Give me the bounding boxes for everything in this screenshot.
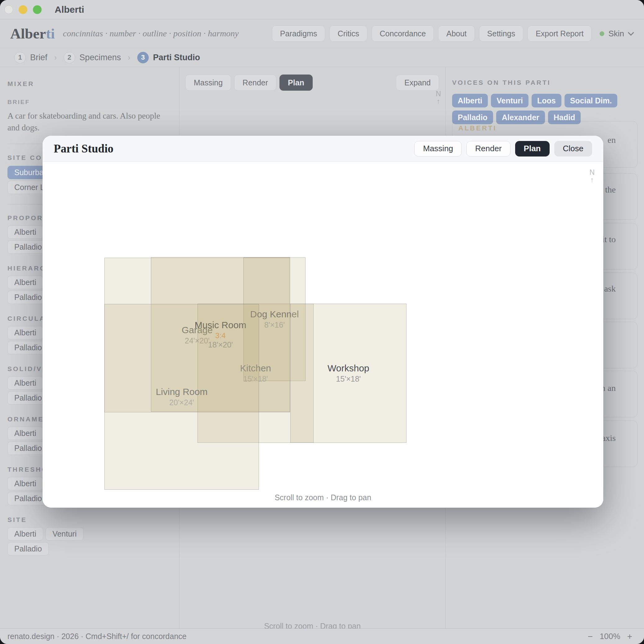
critique-text-fragment: en xyxy=(608,135,616,145)
app-tagline: concinnitas · number · outline · positio… xyxy=(63,29,239,39)
breadcrumb-step-label: Brief xyxy=(30,53,48,62)
canvas-tab-massing[interactable]: Massing xyxy=(185,75,231,91)
window-title: Alberti xyxy=(55,4,84,15)
critique-text-fragment: the xyxy=(605,185,616,195)
critique-text-fragment: ask xyxy=(604,284,616,294)
header-nav: ParadigmsCriticsConcordanceAboutSettings… xyxy=(268,25,592,42)
zoom-controls: − 100% + xyxy=(585,632,635,642)
breadcrumb-separator-icon: › xyxy=(128,53,130,62)
modal-close-button[interactable]: Close xyxy=(554,141,592,156)
brief-text: A car for skateboarding and cars. Also p… xyxy=(7,110,163,134)
canvas-tabs-row: MassingRenderPlan Expand xyxy=(185,75,439,91)
modal-buttons: MassingRenderPlanClose xyxy=(414,141,592,156)
minimize-window-button[interactable] xyxy=(19,5,27,14)
breadcrumb-step-brief[interactable]: 1Brief xyxy=(14,52,48,63)
app-logo: Alberti xyxy=(10,25,55,42)
nav-paradigms[interactable]: Paradigms xyxy=(272,25,325,42)
north-compass-icon: N↑ xyxy=(436,90,441,105)
voice-tag-loos[interactable]: Loos xyxy=(532,94,561,107)
section-heading: SITE xyxy=(7,516,170,524)
breadcrumb-step-parti-studio[interactable]: 3Parti Studio xyxy=(137,52,200,63)
section-site: SITEAlbertiVenturiPalladio xyxy=(7,516,170,557)
titlebar: Alberti xyxy=(0,0,644,19)
canvas-hint: Scroll to zoom · Drag to pan xyxy=(179,622,445,628)
breadcrumb: 1Brief›2Specimens›3Parti Studio xyxy=(0,48,644,67)
voice-chip-venturi[interactable]: Venturi xyxy=(46,527,84,541)
voice-tag-social-dim[interactable]: Social Dim. xyxy=(565,94,618,107)
modal-title: Parti Studio xyxy=(54,142,113,155)
app-window: Alberti Alberti concinnitas · number · o… xyxy=(0,0,644,644)
modal-view-render[interactable]: Render xyxy=(466,141,510,156)
critique-text-fragment: axis xyxy=(602,433,616,443)
canvas-tab-plan[interactable]: Plan xyxy=(279,75,313,91)
parti-plan-canvas[interactable]: N↑ Scroll to zoom · Drag to pan Garage24… xyxy=(43,162,603,508)
nav-export-report[interactable]: Export Report xyxy=(528,25,592,42)
voices-heading: VOICES ON THIS PARTI xyxy=(452,79,637,86)
zoom-out-button[interactable]: − xyxy=(585,632,595,642)
zoom-in-button[interactable]: + xyxy=(625,632,635,642)
close-window-button[interactable] xyxy=(4,5,13,14)
voice-chip-alberti[interactable]: Alberti xyxy=(7,376,43,390)
modal-header: Parti Studio MassingRenderPlanClose xyxy=(43,136,603,162)
modal-view-massing[interactable]: Massing xyxy=(414,141,462,156)
voice-chip-alberti[interactable]: Alberti xyxy=(7,527,43,541)
breadcrumb-step-label: Parti Studio xyxy=(153,53,200,62)
brief-label: BRIEF xyxy=(7,99,170,106)
expand-button[interactable]: Expand xyxy=(396,75,439,91)
app-header: Alberti concinnitas · number · outline ·… xyxy=(0,19,644,48)
breadcrumb-step-specimens[interactable]: 2Specimens xyxy=(64,52,121,63)
breadcrumb-step-number: 3 xyxy=(137,52,149,63)
nav-settings[interactable]: Settings xyxy=(479,25,523,42)
room-rect-workshop[interactable] xyxy=(290,304,406,443)
voice-chip-alberti[interactable]: Alberti xyxy=(7,225,43,239)
modal-view-plan[interactable]: Plan xyxy=(515,141,550,156)
parti-studio-modal: Parti Studio MassingRenderPlanClose N↑ S… xyxy=(43,136,603,508)
voice-chip-palladio[interactable]: Palladio xyxy=(7,542,49,556)
status-text: renato.design · 2026 · Cmd+Shift+/ for c… xyxy=(7,632,187,641)
north-compass-icon: N↑ xyxy=(589,169,595,184)
voice-tag-venturi[interactable]: Venturi xyxy=(491,94,528,107)
voice-chip-alberti[interactable]: Alberti xyxy=(7,276,43,289)
voice-chip-alberti[interactable]: Alberti xyxy=(7,427,43,440)
skin-label: Skin xyxy=(608,29,624,39)
nav-critics[interactable]: Critics xyxy=(329,25,367,42)
chevron-down-icon xyxy=(628,29,634,36)
voice-chip-alberti[interactable]: Alberti xyxy=(7,477,43,490)
nav-concordance[interactable]: Concordance xyxy=(372,25,434,42)
sidebar-title: MIXER xyxy=(7,80,170,88)
voice-chip-alberti[interactable]: Alberti xyxy=(7,326,43,339)
section-chip-row: AlbertiVenturi xyxy=(7,527,170,542)
skin-status-dot xyxy=(600,31,604,36)
breadcrumb-step-number: 2 xyxy=(64,52,75,63)
zoom-level: 100% xyxy=(600,632,620,641)
breadcrumb-separator-icon: › xyxy=(54,53,57,62)
room-rect-living-room[interactable] xyxy=(104,304,259,490)
skin-selector[interactable]: Skin xyxy=(600,29,632,39)
breadcrumb-step-label: Specimens xyxy=(79,53,121,62)
modal-hint: Scroll to zoom · Drag to pan xyxy=(43,493,603,502)
canvas-tab-render[interactable]: Render xyxy=(234,75,276,91)
voice-tag-alberti[interactable]: Alberti xyxy=(452,94,488,107)
status-bar: renato.design · 2026 · Cmd+Shift+/ for c… xyxy=(0,628,644,644)
critique-card-heading: ALBERTI xyxy=(458,124,497,132)
nav-about[interactable]: About xyxy=(438,25,474,42)
critique-text-fragment: it to xyxy=(602,234,616,244)
zoom-window-button[interactable] xyxy=(33,5,42,14)
section-chip-row: Palladio xyxy=(7,542,170,557)
breadcrumb-step-number: 1 xyxy=(14,52,26,63)
